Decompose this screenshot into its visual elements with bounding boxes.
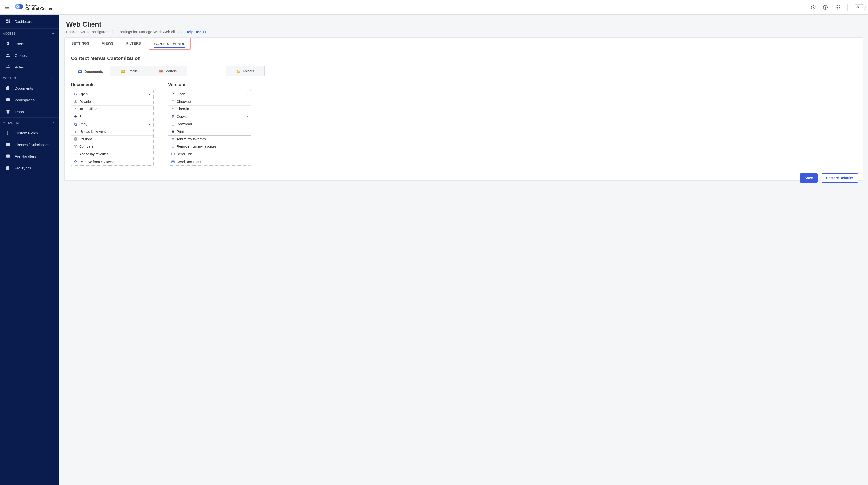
external-link-icon <box>203 30 206 34</box>
panel-title: Context Menus Customization <box>71 56 857 61</box>
ver-menu-label-0: Open... <box>177 92 188 96</box>
sidebar-item-file-types[interactable]: File Types <box>0 162 59 174</box>
file-types-icon <box>5 165 11 171</box>
ver-menu-item-5[interactable]: Print <box>168 128 251 136</box>
ver-menu-item-4[interactable]: Download <box>168 120 251 128</box>
doc-menu-item-9[interactable]: Remove from my favorites <box>71 158 153 166</box>
tab-settings[interactable]: SETTINGS <box>66 37 94 50</box>
file-handlers-icon <box>5 153 11 159</box>
ver-menu-item-8[interactable]: Send Link <box>168 150 251 158</box>
tab-views[interactable]: VIEWS <box>97 37 119 50</box>
hamburger-icon <box>4 5 9 10</box>
workspaces-icon <box>5 97 11 103</box>
sidebar-section-content-label: CONTENT <box>3 77 18 80</box>
ver-menu-item-7[interactable]: Remove from my favorites <box>168 143 251 151</box>
sidebar-item-trash[interactable]: Trash <box>0 106 59 117</box>
ver-menu-item-9[interactable]: Send Document <box>168 158 251 166</box>
sidebar-item-file-handlers[interactable]: File Handlers <box>0 150 59 162</box>
download-icon <box>171 122 175 126</box>
sidebar-item-custom-fields[interactable]: Custom Fields <box>0 127 59 139</box>
sidebar-item-workspaces[interactable]: Workspaces <box>0 94 59 106</box>
ver-menu-item-2[interactable]: Checkin <box>168 106 251 113</box>
ver-menu-item-6[interactable]: Add to my favorites <box>168 136 251 143</box>
versions-column: Versions Open...CheckoutCheckinCopy...Do… <box>168 82 251 166</box>
doc-menu-label-6: Versions <box>79 137 93 141</box>
subtab-emails-label: Emails <box>127 69 137 73</box>
subtab-folders[interactable]: Folders <box>226 65 265 76</box>
menu-columns: Documents Open...DownloadTake OfflinePri… <box>71 82 857 166</box>
hamburger-menu[interactable] <box>2 3 11 12</box>
help-icon[interactable] <box>821 3 830 12</box>
classes-icon <box>5 142 11 147</box>
page-header: Web Client Enables you to configure defa… <box>59 15 868 37</box>
groups-icon <box>5 53 11 58</box>
avatar-chip[interactable]: VA <box>853 4 866 10</box>
save-button[interactable]: Save <box>800 173 817 182</box>
dashboard-icon <box>5 19 11 24</box>
sidebar-item-documents[interactable]: Documents <box>0 82 59 94</box>
svg-point-9 <box>836 5 837 6</box>
ver-menu-item-0[interactable]: Open... <box>168 90 251 98</box>
help-doc-link[interactable]: Help Doc <box>185 30 206 34</box>
doc-menu-item-3[interactable]: Print <box>71 113 153 120</box>
svg-point-17 <box>839 8 839 9</box>
tab-context-menus[interactable]: CONTEXT MENUS <box>149 37 191 50</box>
open-external-icon <box>73 92 78 96</box>
doc-menu-item-7[interactable]: Compare <box>71 143 153 151</box>
context-menus-panel: Context Menus Customization Documents Em… <box>64 50 863 180</box>
restore-defaults-button[interactable]: Restore Defaults <box>821 173 858 182</box>
tray-icon[interactable] <box>809 3 817 12</box>
svg-point-16 <box>837 8 838 9</box>
roles-icon <box>5 64 11 70</box>
sidebar-item-groups[interactable]: Groups <box>0 50 59 61</box>
doc-menu-item-6[interactable]: Versions <box>71 136 153 143</box>
ver-menu-label-1: Checkout <box>177 100 191 104</box>
doc-menu-item-5[interactable]: Upload New Version <box>71 128 153 136</box>
sidebar-item-roles[interactable]: Roles <box>0 61 59 73</box>
svg-rect-26 <box>7 68 8 68</box>
doc-menu-item-2[interactable]: Take Offline <box>71 106 153 113</box>
ver-menu-item-3[interactable]: Copy... <box>168 113 251 120</box>
doc-menu-item-8[interactable]: Add to my favorites <box>71 150 153 158</box>
doc-menu-item-4[interactable]: Copy... <box>71 120 153 128</box>
sidebar-section-metadata[interactable]: METADATA <box>0 117 59 127</box>
subtab-matters[interactable]: Matters <box>148 65 187 76</box>
subtab-documents[interactable]: Documents <box>71 65 110 77</box>
chevron-down-icon <box>51 121 55 124</box>
doc-menu-label-5: Upload New Version <box>79 130 110 134</box>
submenu-arrow-icon <box>246 115 248 118</box>
doc-icon <box>73 137 78 141</box>
subtab-emails[interactable]: Emails <box>110 65 149 76</box>
chevron-down-icon <box>861 6 863 8</box>
ver-menu-label-3: Copy... <box>177 115 187 118</box>
svg-point-14 <box>839 7 839 8</box>
sidebar-item-classes[interactable]: Classes / Subclasses <box>0 139 59 150</box>
sidebar-label-users: Users <box>14 42 24 46</box>
copy-icon <box>73 122 78 126</box>
sidebar-item-users[interactable]: Users <box>0 38 59 50</box>
sidebar-label-trash: Trash <box>14 110 24 114</box>
brand-line1: iManage <box>25 4 53 7</box>
topbar: m iManage Control Center VA <box>0 0 868 15</box>
star-icon <box>171 137 175 141</box>
ver-menu-item-1[interactable]: Checkout <box>168 98 251 106</box>
doc-menu-item-0[interactable]: Open... <box>71 90 153 98</box>
primary-tabs: SETTINGS VIEWS FILTERS CONTEXT MENUS <box>64 37 863 50</box>
doc-menu-label-0: Open... <box>79 92 91 96</box>
doc-menu-label-4: Copy... <box>79 122 90 126</box>
svg-point-11 <box>839 5 839 6</box>
brand-logo[interactable]: m iManage Control Center <box>14 3 53 12</box>
open-external-icon <box>171 92 175 96</box>
sidebar-item-dashboard[interactable]: Dashboard <box>0 15 59 28</box>
unlock-icon <box>171 107 175 111</box>
doc-menu-item-1[interactable]: Download <box>71 98 153 106</box>
ver-menu-label-2: Checkin <box>177 107 189 111</box>
subtab-matters-label: Matters <box>165 69 177 73</box>
tab-filters[interactable]: FILTERS <box>121 37 146 50</box>
avatar-initials: VA <box>856 6 860 9</box>
sidebar-section-content[interactable]: CONTENT <box>0 73 59 82</box>
doc-menu-label-7: Compare <box>79 145 93 148</box>
ver-menu-label-8: Send Link <box>177 152 192 156</box>
apps-grid-icon[interactable] <box>833 3 842 12</box>
sidebar-section-access[interactable]: ACCESS <box>0 28 59 38</box>
